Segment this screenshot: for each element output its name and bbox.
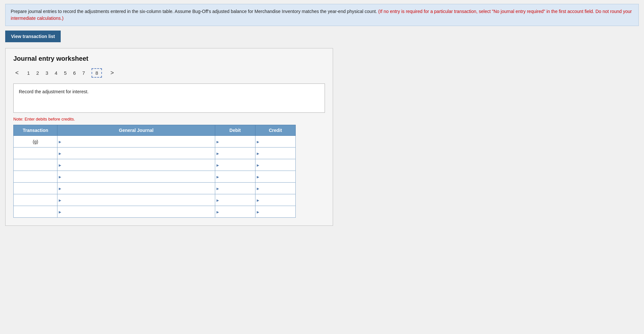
worksheet-container: Journal entry worksheet < 1 2 3 4 5 6 7 …	[5, 48, 333, 226]
col-header-transaction: Transaction	[14, 125, 57, 136]
page-6[interactable]: 6	[73, 70, 76, 76]
description-text: Record the adjustment for interest.	[19, 89, 89, 94]
debit-input-0[interactable]	[215, 136, 255, 147]
journal-input-4[interactable]	[57, 183, 215, 194]
table-row-credit-0[interactable]	[255, 136, 295, 148]
prev-page-button[interactable]: <	[13, 69, 21, 77]
page-1[interactable]: 1	[27, 70, 30, 76]
table-row-journal-1[interactable]	[57, 148, 215, 159]
journal-input-2[interactable]	[57, 159, 215, 171]
debit-input-3[interactable]	[215, 171, 255, 182]
table-row-credit-5[interactable]	[255, 194, 295, 206]
debit-input-6[interactable]	[215, 206, 255, 217]
credit-input-1[interactable]	[255, 148, 295, 159]
table-row-journal-0[interactable]	[57, 136, 215, 148]
table-row-credit-6[interactable]	[255, 206, 295, 218]
page-8[interactable]: 8	[92, 68, 102, 78]
journal-input-0[interactable]	[57, 136, 215, 147]
journal-input-5[interactable]	[57, 194, 215, 206]
table-row-credit-1[interactable]	[255, 148, 295, 159]
instructions-text-black: Prepare journal entries to record the ad…	[11, 9, 377, 14]
table-row-transaction-4	[14, 183, 57, 194]
credit-input-6[interactable]	[255, 206, 295, 217]
debit-input-4[interactable]	[215, 183, 255, 194]
table-row-debit-5[interactable]	[215, 194, 255, 206]
table-row-credit-2[interactable]	[255, 159, 295, 171]
table-row-journal-3[interactable]	[57, 171, 215, 183]
view-transaction-button[interactable]: View transaction list	[5, 31, 61, 42]
table-row-journal-6[interactable]	[57, 206, 215, 218]
debit-input-1[interactable]	[215, 148, 255, 159]
debit-input-2[interactable]	[215, 159, 255, 171]
table-row-debit-4[interactable]	[215, 183, 255, 194]
credit-input-3[interactable]	[255, 171, 295, 182]
table-row-transaction-6	[14, 206, 57, 218]
table-row-journal-2[interactable]	[57, 159, 215, 171]
next-page-button[interactable]: >	[108, 69, 116, 77]
col-header-debit: Debit	[215, 125, 255, 136]
credit-input-5[interactable]	[255, 194, 295, 206]
col-header-credit: Credit	[255, 125, 295, 136]
page-4[interactable]: 4	[55, 70, 57, 76]
table-row-journal-4[interactable]	[57, 183, 215, 194]
page-2[interactable]: 2	[36, 70, 39, 76]
table-row-transaction-0: (g)	[14, 136, 57, 148]
debit-input-5[interactable]	[215, 194, 255, 206]
credit-input-2[interactable]	[255, 159, 295, 171]
col-header-general-journal: General Journal	[57, 125, 215, 136]
table-row-debit-1[interactable]	[215, 148, 255, 159]
journal-input-1[interactable]	[57, 148, 215, 159]
page-7[interactable]: 7	[82, 70, 85, 76]
table-row-debit-3[interactable]	[215, 171, 255, 183]
table-row-transaction-1	[14, 148, 57, 159]
table-row-transaction-3	[14, 171, 57, 183]
journal-table: Transaction General Journal Debit Credit…	[13, 125, 296, 218]
page-3[interactable]: 3	[45, 70, 48, 76]
description-box: Record the adjustment for interest.	[13, 84, 325, 113]
page-5[interactable]: 5	[64, 70, 67, 76]
instructions-box: Prepare journal entries to record the ad…	[5, 4, 639, 26]
table-row-debit-6[interactable]	[215, 206, 255, 218]
table-row-transaction-5	[14, 194, 57, 206]
journal-input-3[interactable]	[57, 171, 215, 182]
pagination: < 1 2 3 4 5 6 7 8 >	[13, 68, 325, 78]
table-row-journal-5[interactable]	[57, 194, 215, 206]
credit-input-4[interactable]	[255, 183, 295, 194]
note-text: Note: Enter debits before credits.	[13, 117, 325, 122]
table-row-transaction-2	[14, 159, 57, 171]
journal-input-6[interactable]	[57, 206, 215, 217]
table-row-debit-0[interactable]	[215, 136, 255, 148]
credit-input-0[interactable]	[255, 136, 295, 147]
table-row-credit-4[interactable]	[255, 183, 295, 194]
table-row-credit-3[interactable]	[255, 171, 295, 183]
table-row-debit-2[interactable]	[215, 159, 255, 171]
worksheet-title: Journal entry worksheet	[13, 55, 325, 62]
